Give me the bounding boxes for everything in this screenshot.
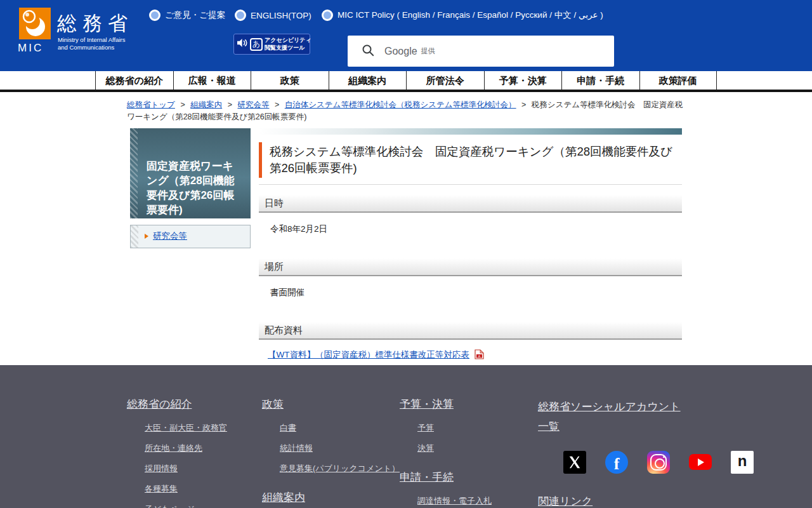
mic-logo[interactable]: MIC 総務省 Ministry of Internal Affairs and… [18, 6, 151, 58]
site-header: MIC 総務省 Ministry of Internal Affairs and… [0, 0, 812, 71]
pdf-file-icon: A [475, 349, 484, 361]
ministry-name-jp: 総務省 [57, 10, 133, 37]
content: 税務システム等標準化検討会 固定資産税ワーキング（第28回機能要件及び第26回帳… [259, 128, 682, 387]
sidebar-current-page[interactable]: 固定資産税ワーキング（第28回機能要件及び第26回帳票要件) [130, 128, 251, 218]
breadcrumb-separator: > [275, 100, 279, 109]
footer-link[interactable]: 子どもページ [145, 505, 227, 508]
sidebar: 固定資産税ワーキング（第28回機能要件及び第26回帳票要件) 研究会等 [130, 128, 251, 387]
facebook-icon[interactable]: f [605, 451, 628, 474]
page: MIC 総務省 Ministry of Internal Affairs and… [0, 0, 812, 508]
footer-heading-organization[interactable]: 組織案内 [262, 490, 400, 505]
global-nav: 総務省の紹介 広報・報道 政策 組織案内 所管法令 予算・決算 申請・手続 政策… [0, 71, 812, 92]
section-body-place: 書面開催 [259, 276, 682, 312]
footer-heading-policy[interactable]: 政策 [262, 397, 284, 411]
x-icon[interactable] [563, 451, 586, 474]
breadcrumb-link-organization[interactable]: 組織案内 [190, 100, 222, 109]
search-placeholder-suffix: 提供 [421, 46, 435, 56]
footer-link[interactable]: 統計情報 [280, 444, 400, 452]
accessibility-tool-label: アクセシビリティ 閲覧支援ツール [265, 37, 311, 51]
mic-logo-icon [19, 8, 51, 39]
instagram-icon[interactable] [647, 451, 670, 474]
breadcrumb: 総務省トップ > 組織案内 > 研究会等 > 自治体システム等標準化検討会（税務… [127, 99, 685, 124]
nav-item-laws[interactable]: 所管法令 [406, 71, 484, 90]
section-body-datetime: 令和8年2月2日 [259, 213, 682, 248]
attachment-row: 【WT資料】（固定資産税）標準仕様書改正等対応表 A [259, 340, 682, 364]
footer-link[interactable]: 採用情報 [145, 464, 227, 472]
nav-item-organization[interactable]: 組織案内 [329, 71, 407, 90]
nav-item-procedures[interactable]: 申請・手続 [561, 71, 639, 90]
note-icon[interactable]: n [731, 451, 754, 474]
nav-item-budget[interactable]: 予算・決算 [484, 71, 562, 90]
site-footer: 総務省の紹介 大臣・副大臣・政務官 所在地・連絡先 採用情報 各種募集 子どもペ… [0, 365, 812, 508]
breadcrumb-separator: > [521, 100, 526, 109]
footer-link[interactable]: 白書 [280, 424, 400, 432]
footer-link[interactable]: 決算 [417, 444, 492, 452]
breadcrumb-link-home[interactable]: 総務省トップ [127, 100, 175, 109]
footer-column-social: 総務省ソーシャルアカウント一覧 f n 関連リンク [538, 397, 685, 508]
attachment-link-pdf[interactable]: 【WT資料】（固定資産税）標準仕様書改正等対応表 [268, 350, 469, 359]
header-link-feedback[interactable]: ご意見・ご提案 [149, 10, 225, 21]
footer-link[interactable]: 予算 [417, 424, 492, 432]
content-top-gradient-bar [259, 128, 682, 135]
search-icon [362, 44, 374, 59]
breadcrumb-separator: > [228, 100, 232, 109]
kana-a-icon: あ [250, 38, 263, 51]
nav-item-about[interactable]: 総務省の紹介 [95, 71, 173, 90]
speaker-icon [237, 38, 248, 50]
sidebar-link-label[interactable]: 研究会等 [153, 231, 187, 242]
section-heading-place: 場所 [259, 258, 682, 276]
footer-column-policy: 政策 白書 統計情報 意見募集(パブリックコメント） 組織案内 [262, 397, 400, 505]
mic-logo-text: MIC [18, 42, 43, 55]
search-input[interactable]: Google 提供 [348, 36, 614, 67]
section-heading-materials: 配布資料 [259, 322, 682, 340]
main-area: 固定資産税ワーキング（第28回機能要件及び第26回帳票要件) 研究会等 税務シス… [130, 128, 682, 387]
accessibility-tool-button[interactable]: あ アクセシビリティ 閲覧支援ツール [233, 34, 310, 55]
search-placeholder-brand: Google [384, 46, 417, 57]
social-icons-row: f n [563, 451, 685, 474]
footer-link[interactable]: 調達情報・電子入札 [417, 497, 492, 505]
section-heading-datetime: 日時 [259, 195, 682, 213]
footer-column-about: 総務省の紹介 大臣・副大臣・政務官 所在地・連絡先 採用情報 各種募集 子どもペ… [127, 397, 227, 508]
triangle-bullet-icon [145, 234, 148, 239]
footer-heading-procedures[interactable]: 申請・手続 [400, 470, 492, 485]
header-link-ict-policy[interactable]: MIC ICT Policy ( English / Français / Es… [322, 10, 603, 21]
breadcrumb-separator: > [180, 100, 185, 109]
breadcrumb-link-study-groups[interactable]: 研究会等 [237, 100, 269, 109]
circle-bullet-icon [235, 10, 246, 21]
header-link-english[interactable]: ENGLISH(TOP) [235, 10, 311, 21]
circle-bullet-icon [149, 10, 160, 21]
circle-bullet-icon [322, 10, 333, 21]
footer-heading-social[interactable]: 総務省ソーシャルアカウント一覧 [538, 397, 685, 437]
footer-column-budget: 予算・決算 予算 決算 申請・手続 調達情報・電子入札 [400, 397, 492, 505]
nav-item-press[interactable]: 広報・報道 [173, 71, 251, 90]
footer-link[interactable]: 各種募集 [145, 485, 227, 493]
footer-heading-related-links[interactable]: 関連リンク [538, 491, 685, 508]
footer-link[interactable]: 所在地・連絡先 [145, 444, 227, 452]
footer-link[interactable]: 大臣・副大臣・政務官 [145, 424, 227, 432]
footer-heading-budget[interactable]: 予算・決算 [400, 397, 454, 411]
ministry-name-en: Ministry of Internal Affairs and Communi… [58, 36, 125, 52]
nav-item-evaluation[interactable]: 政策評価 [639, 71, 717, 90]
title-block: 税務システム等標準化検討会 固定資産税ワーキング（第28回機能要件及び第26回帳… [259, 142, 682, 185]
footer-heading-about[interactable]: 総務省の紹介 [127, 397, 192, 411]
nav-item-policy[interactable]: 政策 [251, 71, 329, 90]
youtube-icon[interactable] [689, 451, 712, 474]
footer-link[interactable]: 意見募集(パブリックコメント） [280, 464, 400, 472]
sidebar-item-study-groups[interactable]: 研究会等 [130, 225, 251, 248]
page-title: 税務システム等標準化検討会 固定資産税ワーキング（第28回機能要件及び第26回帳… [259, 142, 682, 178]
breadcrumb-link-committee[interactable]: 自治体システム等標準化検討会（税務システム等標準化検討会） [285, 100, 516, 109]
